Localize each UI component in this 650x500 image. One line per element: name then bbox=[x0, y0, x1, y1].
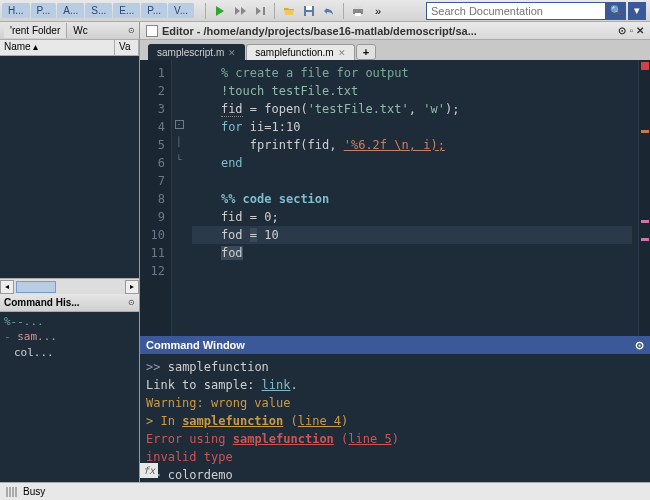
cmdwin-line: >> samplefunction bbox=[146, 358, 644, 376]
ribbon-tab[interactable]: E... bbox=[113, 3, 140, 18]
marker-column[interactable] bbox=[638, 60, 650, 336]
command-history-body[interactable]: %--...sam...col... bbox=[0, 312, 139, 482]
editor-header: Editor - /home/andy/projects/base16-matl… bbox=[140, 22, 650, 40]
busy-indicator-icon bbox=[6, 487, 17, 497]
scroll-left-icon[interactable]: ◂ bbox=[0, 280, 14, 294]
code-line[interactable]: fid = 0; bbox=[192, 208, 632, 226]
code-line[interactable]: %% code section bbox=[192, 190, 632, 208]
error-marker-icon[interactable] bbox=[641, 62, 649, 70]
code-line[interactable]: fprintf(fid, '%6.2f \n, i); bbox=[192, 136, 632, 154]
top-toolbar: H...P...A...S...E...P...V... » 🔍 ▾ bbox=[0, 0, 650, 22]
status-bar: Busy bbox=[0, 482, 650, 500]
panel-menu-icon[interactable]: ⊙ bbox=[618, 25, 626, 36]
run-button[interactable] bbox=[211, 2, 229, 20]
editor-body[interactable]: 123456789101112 -│└ % create a file for … bbox=[140, 60, 650, 336]
note-marker-icon[interactable] bbox=[641, 238, 649, 241]
ribbon-tab[interactable]: A... bbox=[57, 3, 84, 18]
open-button[interactable] bbox=[280, 2, 298, 20]
run-advance-button[interactable] bbox=[231, 2, 249, 20]
svg-rect-2 bbox=[306, 6, 312, 10]
code-line[interactable]: for ii=1:10 bbox=[192, 118, 632, 136]
step-button[interactable] bbox=[251, 2, 269, 20]
print-button[interactable] bbox=[349, 2, 367, 20]
ribbon-tab[interactable]: V... bbox=[168, 3, 194, 18]
code-line[interactable]: end bbox=[192, 154, 632, 172]
editor-tabstrip: samplescript.m✕samplefunction.m✕+ bbox=[140, 40, 650, 60]
folder-tab[interactable]: 'rent Folder bbox=[4, 23, 67, 38]
close-tab-icon[interactable]: ✕ bbox=[228, 48, 236, 58]
ribbon-tab[interactable]: P... bbox=[141, 3, 167, 18]
search-button[interactable]: 🔍 bbox=[606, 2, 626, 20]
save-button[interactable] bbox=[300, 2, 318, 20]
code-line[interactable]: % create a file for output bbox=[192, 64, 632, 82]
line-gutter: 123456789101112 bbox=[140, 60, 172, 336]
warning-marker-icon[interactable] bbox=[641, 130, 649, 133]
current-folder-header: 'rent Folder Wc ⊙ bbox=[0, 22, 139, 40]
code-area[interactable]: % create a file for output !touch testFi… bbox=[186, 60, 638, 336]
folder-hscroll[interactable]: ◂ ▸ bbox=[0, 278, 139, 294]
history-item[interactable]: sam... bbox=[4, 329, 135, 344]
col-value[interactable]: Va bbox=[115, 40, 139, 55]
scroll-thumb[interactable] bbox=[16, 281, 56, 293]
ribbon-tab[interactable]: H... bbox=[2, 3, 30, 18]
ribbon-tabs: H...P...A...S...E...P...V... bbox=[0, 3, 196, 18]
more-button[interactable]: » bbox=[369, 2, 387, 20]
editor-tab[interactable]: samplescript.m✕ bbox=[148, 44, 245, 60]
close-tab-icon[interactable]: ✕ bbox=[338, 48, 346, 58]
cmdwin-line: >> colordemo bbox=[146, 466, 644, 484]
fx-button[interactable]: fx bbox=[140, 463, 158, 478]
cmdwin-line: invalid type bbox=[146, 448, 644, 466]
ribbon-tab[interactable]: S... bbox=[85, 3, 112, 18]
folder-list[interactable] bbox=[0, 56, 139, 278]
command-window-header: Command Window ⊙ bbox=[140, 336, 650, 354]
close-icon[interactable]: ✕ bbox=[636, 25, 644, 36]
status-text: Busy bbox=[23, 486, 45, 497]
search-input[interactable] bbox=[426, 2, 606, 20]
svg-rect-0 bbox=[263, 7, 265, 15]
code-line[interactable]: fod bbox=[192, 244, 632, 262]
folder-table-header: Name ▴ Va bbox=[0, 40, 139, 56]
editor-tab[interactable]: samplefunction.m✕ bbox=[246, 44, 354, 60]
maximize-icon[interactable]: ▫ bbox=[629, 25, 633, 36]
command-history-header: Command His... ⊙ bbox=[0, 294, 139, 312]
search-dropdown[interactable]: ▾ bbox=[628, 2, 646, 20]
new-tab-button[interactable]: + bbox=[356, 44, 376, 60]
cmdwin-line: Error using samplefunction (line 5) bbox=[146, 430, 644, 448]
cmdwin-line: Warning: wrong value bbox=[146, 394, 644, 412]
note-marker-icon[interactable] bbox=[641, 220, 649, 223]
col-name[interactable]: Name ▴ bbox=[0, 40, 115, 55]
cmdwin-line: Link to sample: link. bbox=[146, 376, 644, 394]
scroll-right-icon[interactable]: ▸ bbox=[125, 280, 139, 294]
code-line[interactable] bbox=[192, 262, 632, 280]
svg-rect-6 bbox=[355, 13, 361, 16]
svg-rect-5 bbox=[355, 6, 361, 9]
code-line[interactable]: !touch testFile.txt bbox=[192, 82, 632, 100]
panel-menu-icon[interactable]: ⊙ bbox=[635, 339, 644, 352]
command-window-body[interactable]: >> samplefunctionLink to sample: link.Wa… bbox=[140, 354, 650, 482]
panel-menu-icon[interactable]: ⊙ bbox=[128, 26, 135, 35]
history-item[interactable]: col... bbox=[4, 345, 135, 360]
editor-title: Editor - /home/andy/projects/base16-matl… bbox=[162, 25, 477, 37]
panel-menu-icon[interactable]: ⊙ bbox=[128, 298, 135, 307]
fold-column[interactable]: -│└ bbox=[172, 60, 186, 336]
code-line[interactable]: fid = fopen('testFile.txt', 'w'); bbox=[192, 100, 632, 118]
code-line[interactable] bbox=[192, 172, 632, 190]
editor-icon bbox=[146, 25, 158, 37]
workspace-tab[interactable]: Wc bbox=[67, 23, 93, 38]
undo-button[interactable] bbox=[320, 2, 338, 20]
code-line[interactable]: fod = 10 bbox=[192, 226, 632, 244]
cmdwin-line: > In samplefunction (line 4) bbox=[146, 412, 644, 430]
history-item[interactable]: %--... bbox=[4, 314, 135, 329]
svg-rect-3 bbox=[306, 12, 312, 16]
ribbon-tab[interactable]: P... bbox=[31, 3, 57, 18]
